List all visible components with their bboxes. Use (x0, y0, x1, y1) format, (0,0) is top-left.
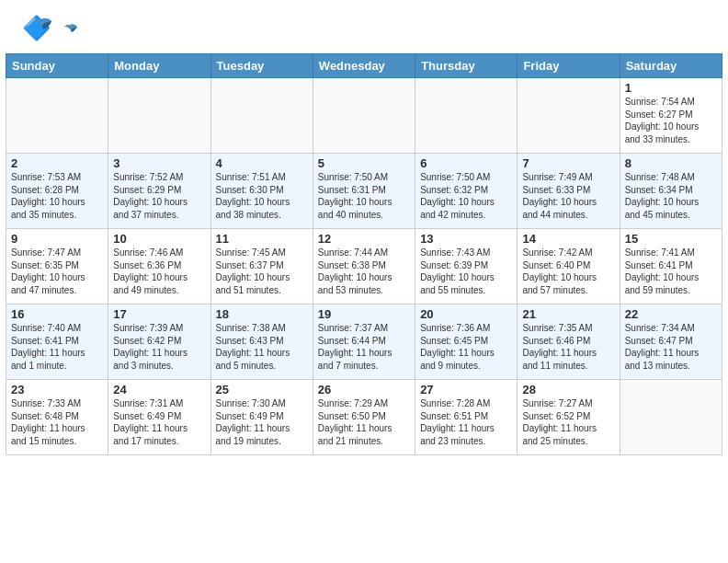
day-info: Sunrise: 7:35 AM Sunset: 6:46 PM Dayligh… (522, 322, 614, 372)
day-number: 17 (113, 307, 205, 321)
day-number: 10 (113, 232, 205, 246)
day-number: 5 (318, 156, 410, 170)
day-number: 26 (318, 383, 410, 396)
calendar-cell: 11Sunrise: 7:45 AM Sunset: 6:37 PM Dayli… (210, 229, 313, 304)
day-number: 24 (113, 383, 205, 396)
day-info: Sunrise: 7:33 AM Sunset: 6:48 PM Dayligh… (11, 397, 103, 447)
day-info: Sunrise: 7:48 AM Sunset: 6:34 PM Dayligh… (625, 171, 717, 221)
calendar-cell: 18Sunrise: 7:38 AM Sunset: 6:43 PM Dayli… (210, 304, 313, 380)
calendar-cell: 4Sunrise: 7:51 AM Sunset: 6:30 PM Daylig… (210, 154, 313, 229)
logo: 🔷 (22, 13, 79, 46)
calendar-cell (415, 78, 518, 154)
calendar-cell: 27Sunrise: 7:28 AM Sunset: 6:51 PM Dayli… (415, 380, 518, 455)
day-number: 22 (625, 307, 717, 321)
day-info: Sunrise: 7:49 AM Sunset: 6:33 PM Dayligh… (522, 171, 614, 221)
calendar-cell: 6Sunrise: 7:50 AM Sunset: 6:32 PM Daylig… (415, 154, 518, 229)
calendar-cell: 26Sunrise: 7:29 AM Sunset: 6:50 PM Dayli… (313, 380, 415, 455)
day-number: 8 (625, 156, 717, 170)
calendar-cell: 17Sunrise: 7:39 AM Sunset: 6:42 PM Dayli… (108, 304, 210, 380)
calendar-cell: 13Sunrise: 7:43 AM Sunset: 6:39 PM Dayli… (415, 229, 518, 304)
calendar-cell: 8Sunrise: 7:48 AM Sunset: 6:34 PM Daylig… (620, 154, 722, 229)
calendar-cell: 7Sunrise: 7:49 AM Sunset: 6:33 PM Daylig… (518, 154, 620, 229)
weekday-header-saturday: Saturday (620, 54, 722, 78)
svg-text:🔷: 🔷 (22, 14, 51, 42)
day-info: Sunrise: 7:46 AM Sunset: 6:36 PM Dayligh… (113, 247, 205, 296)
day-number: 15 (625, 232, 717, 246)
logo-icon: 🔷 (22, 13, 55, 46)
day-info: Sunrise: 7:54 AM Sunset: 6:27 PM Dayligh… (625, 96, 717, 145)
calendar-cell (210, 78, 313, 154)
day-number: 11 (216, 232, 308, 246)
day-number: 16 (11, 307, 103, 321)
calendar-cell: 21Sunrise: 7:35 AM Sunset: 6:46 PM Dayli… (518, 304, 620, 380)
day-number: 6 (420, 156, 512, 170)
day-number: 12 (318, 232, 410, 246)
calendar-cell: 9Sunrise: 7:47 AM Sunset: 6:35 PM Daylig… (6, 229, 108, 304)
calendar-cell: 2Sunrise: 7:53 AM Sunset: 6:28 PM Daylig… (6, 154, 108, 229)
day-info: Sunrise: 7:36 AM Sunset: 6:45 PM Dayligh… (420, 322, 512, 372)
weekday-header-tuesday: Tuesday (210, 54, 313, 78)
day-info: Sunrise: 7:39 AM Sunset: 6:42 PM Dayligh… (113, 322, 205, 372)
calendar-cell: 14Sunrise: 7:42 AM Sunset: 6:40 PM Dayli… (518, 229, 620, 304)
calendar-cell (518, 78, 620, 154)
logo-bird-icon (61, 23, 79, 38)
day-number: 3 (113, 156, 205, 170)
calendar-cell: 24Sunrise: 7:31 AM Sunset: 6:49 PM Dayli… (108, 380, 210, 455)
calendar-cell: 22Sunrise: 7:34 AM Sunset: 6:47 PM Dayli… (620, 304, 722, 380)
day-number: 28 (522, 383, 614, 396)
weekday-header-monday: Monday (108, 54, 210, 78)
day-number: 25 (216, 383, 308, 396)
day-info: Sunrise: 7:34 AM Sunset: 6:47 PM Dayligh… (625, 322, 717, 372)
day-number: 19 (318, 307, 410, 321)
calendar-cell: 3Sunrise: 7:52 AM Sunset: 6:29 PM Daylig… (108, 154, 210, 229)
day-number: 9 (11, 232, 103, 246)
day-number: 18 (216, 307, 308, 321)
calendar-cell: 5Sunrise: 7:50 AM Sunset: 6:31 PM Daylig… (313, 154, 415, 229)
day-info: Sunrise: 7:28 AM Sunset: 6:51 PM Dayligh… (420, 397, 512, 447)
day-info: Sunrise: 7:47 AM Sunset: 6:35 PM Dayligh… (11, 247, 103, 296)
day-number: 4 (216, 156, 308, 170)
calendar-cell (620, 380, 722, 455)
day-info: Sunrise: 7:51 AM Sunset: 6:30 PM Dayligh… (216, 171, 308, 221)
day-number: 21 (522, 307, 614, 321)
day-number: 20 (420, 307, 512, 321)
calendar-cell: 25Sunrise: 7:30 AM Sunset: 6:49 PM Dayli… (210, 380, 313, 455)
calendar-cell: 20Sunrise: 7:36 AM Sunset: 6:45 PM Dayli… (415, 304, 518, 380)
day-number: 23 (11, 383, 103, 396)
calendar-table: SundayMondayTuesdayWednesdayThursdayFrid… (6, 53, 722, 455)
day-info: Sunrise: 7:41 AM Sunset: 6:41 PM Dayligh… (625, 247, 717, 296)
calendar-cell: 1Sunrise: 7:54 AM Sunset: 6:27 PM Daylig… (620, 78, 722, 154)
day-info: Sunrise: 7:30 AM Sunset: 6:49 PM Dayligh… (216, 397, 308, 447)
day-info: Sunrise: 7:52 AM Sunset: 6:29 PM Dayligh… (113, 171, 205, 221)
weekday-header-thursday: Thursday (415, 54, 518, 78)
calendar-cell: 19Sunrise: 7:37 AM Sunset: 6:44 PM Dayli… (313, 304, 415, 380)
day-info: Sunrise: 7:43 AM Sunset: 6:39 PM Dayligh… (420, 247, 512, 296)
calendar-cell (313, 78, 415, 154)
weekday-header-wednesday: Wednesday (313, 54, 415, 78)
day-number: 1 (625, 81, 717, 95)
calendar-cell: 23Sunrise: 7:33 AM Sunset: 6:48 PM Dayli… (6, 380, 108, 455)
day-number: 14 (522, 232, 614, 246)
day-info: Sunrise: 7:44 AM Sunset: 6:38 PM Dayligh… (318, 247, 410, 296)
day-info: Sunrise: 7:29 AM Sunset: 6:50 PM Dayligh… (318, 397, 410, 447)
day-info: Sunrise: 7:45 AM Sunset: 6:37 PM Dayligh… (216, 247, 308, 296)
day-info: Sunrise: 7:27 AM Sunset: 6:52 PM Dayligh… (522, 397, 614, 447)
calendar-cell (108, 78, 210, 154)
day-info: Sunrise: 7:40 AM Sunset: 6:41 PM Dayligh… (11, 322, 103, 372)
day-info: Sunrise: 7:42 AM Sunset: 6:40 PM Dayligh… (522, 247, 614, 296)
calendar-cell: 15Sunrise: 7:41 AM Sunset: 6:41 PM Dayli… (620, 229, 722, 304)
calendar-cell: 16Sunrise: 7:40 AM Sunset: 6:41 PM Dayli… (6, 304, 108, 380)
day-info: Sunrise: 7:37 AM Sunset: 6:44 PM Dayligh… (318, 322, 410, 372)
weekday-header-friday: Friday (518, 54, 620, 78)
weekday-header-sunday: Sunday (6, 54, 108, 78)
calendar-cell: 12Sunrise: 7:44 AM Sunset: 6:38 PM Dayli… (313, 229, 415, 304)
day-number: 2 (11, 156, 103, 170)
day-info: Sunrise: 7:38 AM Sunset: 6:43 PM Dayligh… (216, 322, 308, 372)
calendar-cell: 10Sunrise: 7:46 AM Sunset: 6:36 PM Dayli… (108, 229, 210, 304)
day-info: Sunrise: 7:31 AM Sunset: 6:49 PM Dayligh… (113, 397, 205, 447)
day-number: 27 (420, 383, 512, 396)
day-info: Sunrise: 7:53 AM Sunset: 6:28 PM Dayligh… (11, 171, 103, 221)
day-info: Sunrise: 7:50 AM Sunset: 6:31 PM Dayligh… (318, 171, 410, 221)
day-number: 7 (522, 156, 614, 170)
calendar-cell: 28Sunrise: 7:27 AM Sunset: 6:52 PM Dayli… (518, 380, 620, 455)
